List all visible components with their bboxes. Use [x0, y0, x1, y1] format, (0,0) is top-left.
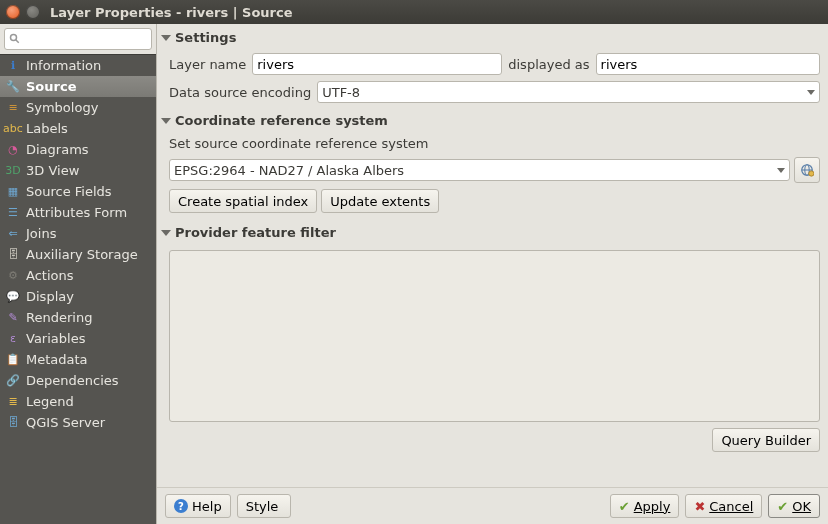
labels-icon: abc	[6, 122, 20, 136]
symbology-icon: ≡	[6, 101, 20, 115]
encoding-label: Data source encoding	[169, 85, 311, 100]
layer-name-label: Layer name	[169, 57, 246, 72]
sidebar-item-diagrams[interactable]: ◔Diagrams	[0, 139, 156, 160]
titlebar: Layer Properties - rivers | Source	[0, 0, 828, 24]
sidebar-item-display[interactable]: 💬Display	[0, 286, 156, 307]
window-close-button[interactable]	[6, 5, 20, 19]
sidebar-item-label: QGIS Server	[26, 415, 105, 430]
main-panel: Settings Layer name displayed as Data so…	[157, 24, 828, 524]
crs-picker-button[interactable]	[794, 157, 820, 183]
create-spatial-index-button[interactable]: Create spatial index	[169, 189, 317, 213]
section-header-filter[interactable]: Provider feature filter	[161, 223, 820, 244]
sidebar-nav: ℹInformation🔧Source≡SymbologyabcLabels◔D…	[0, 54, 156, 524]
sidebar-item-3d-view[interactable]: 3D3D View	[0, 160, 156, 181]
crs-header-label: Coordinate reference system	[175, 113, 388, 128]
sidebar-item-label: Joins	[26, 226, 56, 241]
chevron-down-icon	[161, 230, 171, 236]
sidebar-item-label: Actions	[26, 268, 74, 283]
encoding-select[interactable]: UTF-8	[317, 81, 820, 103]
chevron-down-icon	[807, 90, 815, 95]
sidebar-item-label: Auxiliary Storage	[26, 247, 138, 262]
style-button[interactable]: Style	[237, 494, 292, 518]
sidebar-item-label: Diagrams	[26, 142, 89, 157]
displayed-as-label: displayed as	[508, 57, 589, 72]
3d-view-icon: 3D	[6, 164, 20, 178]
sidebar-item-label: Source	[26, 79, 76, 94]
check-icon: ✔	[619, 499, 630, 514]
displayed-as-input[interactable]	[596, 53, 820, 75]
crs-value: EPSG:2964 - NAD27 / Alaska Albers	[174, 163, 404, 178]
crs-set-label: Set source coordinate reference system	[169, 136, 428, 151]
layer-name-input[interactable]	[252, 53, 502, 75]
help-icon: ?	[174, 499, 188, 513]
chevron-down-icon	[161, 35, 171, 41]
sidebar-item-label: Source Fields	[26, 184, 112, 199]
metadata-icon: 📋	[6, 353, 20, 367]
sidebar-item-label: Dependencies	[26, 373, 119, 388]
sidebar-item-variables[interactable]: εVariables	[0, 328, 156, 349]
sidebar-item-label: Rendering	[26, 310, 92, 325]
sidebar-item-label: Attributes Form	[26, 205, 127, 220]
sidebar-item-label: Information	[26, 58, 101, 73]
sidebar-item-label: Labels	[26, 121, 68, 136]
variables-icon: ε	[6, 332, 20, 346]
sidebar-item-legend[interactable]: ≣Legend	[0, 391, 156, 412]
qgis-server-icon: 🗄	[6, 416, 20, 430]
sidebar-item-label: Symbology	[26, 100, 98, 115]
legend-icon: ≣	[6, 395, 20, 409]
crs-select[interactable]: EPSG:2964 - NAD27 / Alaska Albers	[169, 159, 790, 181]
attributes-form-icon: ☰	[6, 206, 20, 220]
sidebar-item-labels[interactable]: abcLabels	[0, 118, 156, 139]
help-button[interactable]: ? Help	[165, 494, 231, 518]
filter-header-label: Provider feature filter	[175, 225, 336, 240]
sidebar-item-label: Display	[26, 289, 74, 304]
sidebar-item-actions[interactable]: ⚙Actions	[0, 265, 156, 286]
sidebar-item-attributes-form[interactable]: ☰Attributes Form	[0, 202, 156, 223]
globe-icon	[800, 163, 814, 177]
check-icon: ✔	[777, 499, 788, 514]
sidebar-item-label: 3D View	[26, 163, 79, 178]
sidebar: ℹInformation🔧Source≡SymbologyabcLabels◔D…	[0, 24, 157, 524]
sidebar-item-label: Legend	[26, 394, 74, 409]
bottom-bar: ? Help Style ✔ Apply ✖ Cancel ✔	[157, 487, 828, 524]
chevron-down-icon	[777, 168, 785, 173]
window-title: Layer Properties - rivers | Source	[50, 5, 293, 20]
sidebar-item-symbology[interactable]: ≡Symbology	[0, 97, 156, 118]
section-header-crs[interactable]: Coordinate reference system	[161, 111, 820, 132]
auxiliary-storage-icon: 🗄	[6, 248, 20, 262]
dependencies-icon: 🔗	[6, 374, 20, 388]
diagrams-icon: ◔	[6, 143, 20, 157]
sidebar-item-information[interactable]: ℹInformation	[0, 55, 156, 76]
sidebar-item-label: Variables	[26, 331, 85, 346]
joins-icon: ⇐	[6, 227, 20, 241]
cancel-button[interactable]: ✖ Cancel	[685, 494, 762, 518]
sidebar-item-source[interactable]: 🔧Source	[0, 76, 156, 97]
sidebar-item-qgis-server[interactable]: 🗄QGIS Server	[0, 412, 156, 433]
source-icon: 🔧	[6, 80, 20, 94]
sidebar-item-label: Metadata	[26, 352, 88, 367]
section-header-settings[interactable]: Settings	[161, 28, 820, 49]
sidebar-item-joins[interactable]: ⇐Joins	[0, 223, 156, 244]
ok-button[interactable]: ✔ OK	[768, 494, 820, 518]
svg-point-3	[809, 171, 814, 176]
sidebar-item-source-fields[interactable]: ▦Source Fields	[0, 181, 156, 202]
chevron-down-icon	[161, 118, 171, 124]
rendering-icon: ✎	[6, 311, 20, 325]
sidebar-item-dependencies[interactable]: 🔗Dependencies	[0, 370, 156, 391]
information-icon: ℹ	[6, 59, 20, 73]
settings-header-label: Settings	[175, 30, 236, 45]
apply-button[interactable]: ✔ Apply	[610, 494, 680, 518]
sidebar-item-metadata[interactable]: 📋Metadata	[0, 349, 156, 370]
sidebar-search-input[interactable]	[4, 28, 152, 50]
query-builder-button[interactable]: Query Builder	[712, 428, 820, 452]
actions-icon: ⚙	[6, 269, 20, 283]
display-icon: 💬	[6, 290, 20, 304]
filter-textarea[interactable]	[169, 250, 820, 422]
update-extents-button[interactable]: Update extents	[321, 189, 439, 213]
close-icon: ✖	[694, 499, 705, 514]
window-minimize-button[interactable]	[26, 5, 40, 19]
source-fields-icon: ▦	[6, 185, 20, 199]
sidebar-item-auxiliary-storage[interactable]: 🗄Auxiliary Storage	[0, 244, 156, 265]
encoding-value: UTF-8	[322, 85, 360, 100]
sidebar-item-rendering[interactable]: ✎Rendering	[0, 307, 156, 328]
